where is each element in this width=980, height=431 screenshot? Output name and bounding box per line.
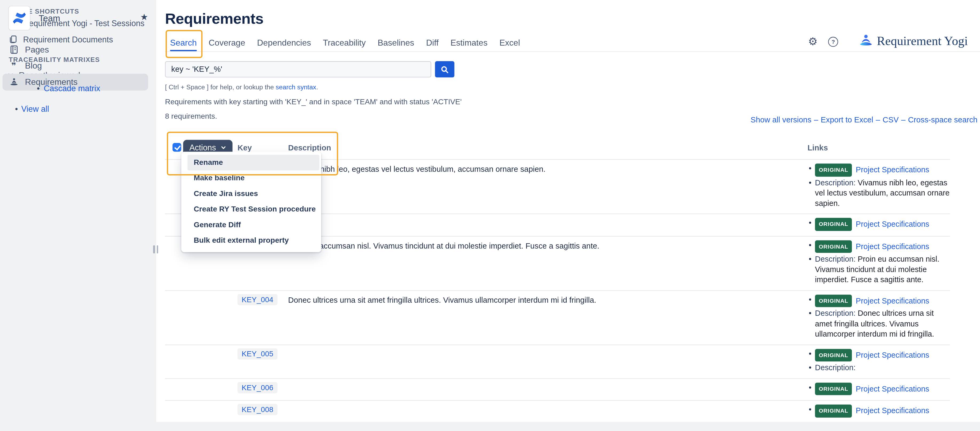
menu-item-generate-diff[interactable]: Generate Diff xyxy=(181,217,321,233)
list-item: View all xyxy=(0,103,156,116)
link-item: ORIGINALProject Specifications xyxy=(800,240,950,253)
link-item: ORIGINALProject Specifications xyxy=(800,218,950,231)
link-item: ORIGINALProject Specifications xyxy=(800,295,950,307)
cascade-matrix-link[interactable]: Cascade matrix xyxy=(44,84,100,93)
view-all-list: View all xyxy=(0,103,156,116)
status-badge-original: ORIGINAL xyxy=(815,163,852,176)
search-input[interactable] xyxy=(165,61,431,78)
status-badge-original: ORIGINAL xyxy=(815,295,852,307)
confluence-logo[interactable] xyxy=(9,6,30,30)
actions-dropdown-menu: Rename Make baseline Create Jira issues … xyxy=(181,152,321,252)
requirement-key-link[interactable]: KEY_008 xyxy=(237,404,278,415)
menu-item-bulk-edit-external-property[interactable]: Bulk edit external property xyxy=(181,233,321,249)
table-row: KEY_008 ORIGINALProject Specifications xyxy=(165,400,950,422)
page-title: Requirements xyxy=(165,9,980,28)
page-tools: ⚙ ? xyxy=(808,36,838,47)
link-item: Description: xyxy=(800,363,950,373)
page-link[interactable]: Project Specifications xyxy=(856,220,929,228)
export-links: Show all versions–Export to Excel–CSV–Cr… xyxy=(751,116,978,124)
sidebar-item-label: Pages xyxy=(25,44,49,54)
link-item: Description: Donec ultrices urna sit ame… xyxy=(800,308,950,339)
requirement-description xyxy=(285,379,800,400)
page-link[interactable]: Project Specifications xyxy=(856,384,929,393)
tab-dependencies[interactable]: Dependencies xyxy=(257,33,311,51)
tab-bar: Search Coverage Dependencies Traceabilit… xyxy=(165,33,980,52)
requirement-description xyxy=(285,214,800,236)
column-header-description: Description xyxy=(285,135,800,159)
requirement-description: Vivamus nibh leo, egestas vel lectus ves… xyxy=(285,160,800,213)
list-item: Cascade matrix xyxy=(0,82,156,95)
link-item: ORIGINALProject Specifications xyxy=(800,349,950,361)
cross-space-search-link[interactable]: Cross-space search xyxy=(908,116,977,124)
sidebar-item-label: Blog xyxy=(25,61,42,70)
sidebar-item-blog[interactable]: ❞ Blog xyxy=(0,57,156,74)
requirement-description xyxy=(285,345,800,378)
sidebar: Team ★ Pages ❞ Blog xyxy=(0,0,156,431)
column-header-links: Links xyxy=(800,135,950,159)
requirement-yogi-brand: Requirement Yogi xyxy=(859,33,968,48)
status-badge-original: ORIGINAL xyxy=(815,218,852,231)
page-link[interactable]: Project Specifications xyxy=(856,406,929,415)
requirement-description: Proin eu accumsan nisl. Vivamus tincidun… xyxy=(285,236,800,290)
help-icon[interactable]: ? xyxy=(828,36,838,46)
tab-traceability[interactable]: Traceability xyxy=(323,33,366,51)
status-badge-original: ORIGINAL xyxy=(815,349,852,361)
link-item: Description: Proin eu accumsan nisl. Viv… xyxy=(800,254,950,285)
table-row: KEY_005 ORIGINALProject Specifications D… xyxy=(165,344,950,378)
search-help-text: [ Ctrl + Space ] for help, or lookup the… xyxy=(165,83,980,90)
tab-excel[interactable]: Excel xyxy=(500,33,520,51)
requirement-yogi-icon xyxy=(859,33,873,48)
search-icon xyxy=(440,65,449,74)
requirement-key-link[interactable]: KEY_006 xyxy=(237,382,278,393)
view-all-link[interactable]: View all xyxy=(21,104,49,114)
tab-baselines[interactable]: Baselines xyxy=(377,33,414,51)
table-row: KEY_006 ORIGINALProject Specifications xyxy=(165,378,950,400)
blog-icon: ❞ xyxy=(9,60,19,70)
status-badge-original: ORIGINAL xyxy=(815,405,852,417)
page-link[interactable]: Project Specifications xyxy=(856,165,929,174)
page-link[interactable]: Project Specifications xyxy=(856,296,929,305)
search-syntax-link[interactable]: search syntax xyxy=(276,83,317,90)
link-item: Description: Vivamus nibh leo, egestas v… xyxy=(800,177,950,209)
page-link[interactable]: Project Specifications xyxy=(856,350,929,359)
tab-search[interactable]: Search xyxy=(170,33,197,51)
chevron-down-icon xyxy=(220,144,226,150)
status-badge-original: ORIGINAL xyxy=(815,240,852,253)
link-item: ORIGINALProject Specifications xyxy=(800,163,950,176)
export-to-excel-link[interactable]: Export to Excel xyxy=(821,116,873,124)
page-link[interactable]: Project Specifications xyxy=(856,242,929,251)
pages-icon xyxy=(9,44,19,54)
footer-strip xyxy=(0,422,980,431)
search-summary: Requirements with key starting with 'KEY… xyxy=(165,97,980,106)
menu-item-create-jira-issues[interactable]: Create Jira issues xyxy=(181,186,321,202)
confluence-logo-icon xyxy=(12,11,27,25)
brand-name: Requirement Yogi xyxy=(877,33,968,48)
menu-item-rename[interactable]: Rename xyxy=(188,155,319,170)
link-item: ORIGINALProject Specifications xyxy=(800,382,950,395)
table-row: KEY_004 Donec ultrices urna sit amet fri… xyxy=(165,290,950,344)
link-item: ORIGINALProject Specifications xyxy=(800,405,950,417)
menu-item-make-baseline[interactable]: Make baseline xyxy=(181,170,321,186)
show-all-versions-link[interactable]: Show all versions xyxy=(751,116,811,124)
select-all-checkbox[interactable] xyxy=(172,143,181,152)
tab-coverage[interactable]: Coverage xyxy=(208,33,245,51)
requirement-key-link[interactable]: KEY_005 xyxy=(237,348,278,359)
star-icon[interactable]: ★ xyxy=(140,12,148,22)
sidebar-resize-handle[interactable] xyxy=(153,246,158,254)
csv-link[interactable]: CSV xyxy=(883,116,899,124)
recent-matrix-list: Cascade matrix xyxy=(0,82,156,95)
status-badge-original: ORIGINAL xyxy=(815,382,852,395)
tab-estimates[interactable]: Estimates xyxy=(450,33,488,51)
confluence-requirements-page: Team ★ Pages ❞ Blog xyxy=(0,0,980,431)
tab-diff[interactable]: Diff xyxy=(426,33,439,51)
requirement-description xyxy=(285,401,800,423)
space-name[interactable]: Team xyxy=(39,13,60,23)
search-bar xyxy=(165,61,980,78)
requirement-key-link[interactable]: KEY_004 xyxy=(237,294,278,305)
search-button[interactable] xyxy=(435,61,455,78)
gear-icon[interactable]: ⚙ xyxy=(808,36,818,47)
sidebar-item-pages[interactable]: Pages xyxy=(0,41,156,57)
requirement-description: Donec ultrices urna sit amet fringilla u… xyxy=(285,291,800,344)
menu-item-create-ry-test-session-procedure[interactable]: Create RY Test Session procedure xyxy=(181,202,321,217)
